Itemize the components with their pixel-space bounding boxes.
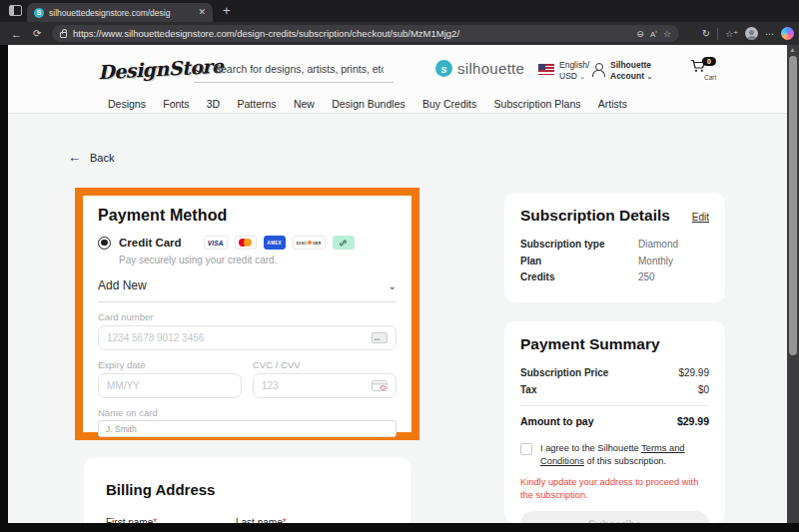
cvc-label: CVC / CVV: [253, 359, 397, 370]
extension-icon[interactable]: ↻: [702, 28, 710, 39]
nav-item-design-bundles[interactable]: Design Bundles: [332, 98, 405, 110]
nav-item-new[interactable]: New: [294, 98, 315, 110]
address-bar[interactable]: https://www.silhouettedesignstore.com/de…: [52, 25, 679, 42]
subscribe-button[interactable]: Subscribe: [520, 511, 709, 523]
cvc-card-icon: [372, 380, 388, 391]
amount-to-pay-row: Amount to pay $29.99: [520, 413, 709, 430]
favorite-star-icon[interactable]: ☆: [663, 29, 671, 39]
zoom-out-icon[interactable]: ⊖: [636, 29, 644, 39]
toolbar-divider: [717, 28, 718, 40]
browser-window: S silhouettedesignstore.com/desig ✕ + ← …: [0, 0, 799, 532]
silhouette-brand[interactable]: s silhouette: [435, 60, 524, 77]
url-text: https://www.silhouettedesignstore.com/de…: [73, 28, 630, 39]
scroll-up-icon[interactable]: ▲: [789, 46, 796, 53]
search-icon: [194, 63, 206, 75]
search-input[interactable]: [214, 63, 384, 75]
nav-item-fonts[interactable]: Fonts: [163, 98, 189, 110]
back-arrow-icon: ←: [68, 150, 81, 165]
search-bar[interactable]: [194, 59, 394, 83]
terms-checkbox[interactable]: [520, 443, 532, 455]
first-name-label: First name*: [106, 517, 236, 523]
payment-summary-card: Payment Summary Subscription Price $29.9…: [504, 321, 725, 523]
us-flag-icon: [538, 64, 554, 75]
nav-item-subscription-plans[interactable]: Subscription Plans: [494, 98, 581, 110]
nav-item-designs[interactable]: Designs: [108, 98, 146, 110]
secure-note: Pay securely using your credit card.: [119, 255, 397, 266]
terms-agreement-text: I agree to the Silhouette Terms and Cond…: [540, 442, 708, 467]
account-line2: Account: [610, 71, 644, 81]
nav-item-patterns[interactable]: Patterns: [237, 98, 276, 110]
payment-summary-title: Payment Summary: [520, 335, 709, 353]
card-select-value: Add New: [98, 278, 147, 292]
back-label: Back: [90, 152, 114, 164]
currency-label: USD: [559, 71, 577, 81]
nav-item-3d[interactable]: 3D: [207, 98, 220, 110]
card-select-dropdown[interactable]: Add New ⌄: [98, 278, 397, 302]
new-tab-icon[interactable]: +: [223, 3, 231, 18]
more-menu-icon[interactable]: ⋯: [765, 29, 774, 39]
required-asterisk: *: [283, 517, 287, 523]
credit-card-icon: [372, 332, 388, 343]
back-nav-icon[interactable]: ←: [11, 28, 22, 40]
refresh-icon[interactable]: ⟳: [33, 28, 41, 39]
copilot-icon[interactable]: [781, 27, 794, 40]
nav-item-buy-credits[interactable]: Buy Credits: [422, 98, 476, 110]
cvc-input[interactable]: [262, 380, 372, 391]
card-number-input[interactable]: [107, 332, 372, 343]
credit-card-radio[interactable]: [98, 237, 111, 250]
page-scrollbar[interactable]: ▲: [787, 45, 799, 523]
last-name-label: Last name*: [236, 517, 366, 523]
profile-avatar[interactable]: [745, 27, 758, 40]
card-brand-chips: VISA AMEX DISCVER: [204, 236, 355, 250]
card-number-field[interactable]: [98, 325, 397, 350]
tab-title: silhouettedesignstore.com/desig: [49, 8, 193, 18]
address-warning-text: Kindly update your address to proceed wi…: [520, 476, 709, 501]
discover-icon: DISCVER: [293, 236, 326, 250]
payment-method-title: Payment Method: [98, 207, 397, 225]
tab-close-icon[interactable]: ✕: [198, 8, 206, 17]
expiry-field[interactable]: [98, 373, 242, 398]
lock-icon: [60, 32, 67, 38]
silhouette-brand-text: silhouette: [457, 60, 524, 77]
page-viewport: DesignStore s silhouette English/ USD ⌄ …: [8, 45, 787, 523]
tab-actions-icon[interactable]: [9, 5, 22, 16]
name-on-card-input[interactable]: [106, 424, 389, 434]
chevron-down-icon: ⌄: [579, 73, 585, 80]
back-link[interactable]: ← Back: [68, 150, 114, 165]
account-icon: [592, 63, 604, 75]
locale-selector[interactable]: English/ USD ⌄: [559, 60, 589, 82]
cvc-field[interactable]: [253, 373, 397, 398]
name-on-card-field[interactable]: [98, 420, 397, 437]
main-navigation: Designs Fonts 3D Patterns New Design Bun…: [108, 95, 627, 113]
scrollbar-thumb[interactable]: [789, 56, 797, 355]
cart-count-badge: 0: [702, 57, 716, 66]
nav-item-artists[interactable]: Artists: [598, 98, 627, 110]
cart-label: Cart: [704, 74, 716, 81]
expiry-label: Expiry date: [98, 359, 242, 370]
card-number-label: Card number: [98, 311, 397, 322]
silhouette-logo-icon: s: [435, 60, 452, 77]
credits-row: Credits 250: [520, 269, 709, 286]
edit-link[interactable]: Edit: [692, 212, 709, 223]
chevron-down-icon: ⌄: [646, 73, 652, 80]
mastercard-icon: [235, 236, 257, 250]
summary-divider: [520, 405, 709, 406]
required-asterisk: *: [153, 517, 157, 523]
account-menu[interactable]: Silhouette Account ⌄: [610, 60, 652, 82]
expiry-input[interactable]: [107, 380, 233, 391]
subscription-details-card: Subscription Details Edit Subscription t…: [504, 193, 725, 302]
text-size-icon[interactable]: A›: [650, 28, 657, 39]
cart-button[interactable]: 0 Cart: [690, 59, 726, 73]
chevron-down-icon: ⌄: [389, 280, 397, 291]
tax-row: Tax $0: [520, 381, 709, 398]
collections-icon[interactable]: ☆⁺: [725, 29, 738, 39]
browser-toolbar: ← ⟳ https://www.silhouettedesignstore.co…: [0, 22, 799, 45]
amex-icon: AMEX: [264, 236, 286, 250]
plan-row: Plan Monthly: [520, 254, 709, 270]
browser-tab[interactable]: S silhouettedesignstore.com/desig ✕: [27, 3, 213, 22]
payment-method-card: Payment Method Credit Card VISA AMEX DIS…: [75, 188, 419, 440]
subscription-price-row: Subscription Price $29.99: [520, 364, 709, 381]
subscription-details-title: Subscription Details: [520, 207, 670, 225]
billing-address-card: Billing Address First name* Last name*: [84, 457, 410, 523]
credit-card-label: Credit Card: [119, 237, 182, 249]
